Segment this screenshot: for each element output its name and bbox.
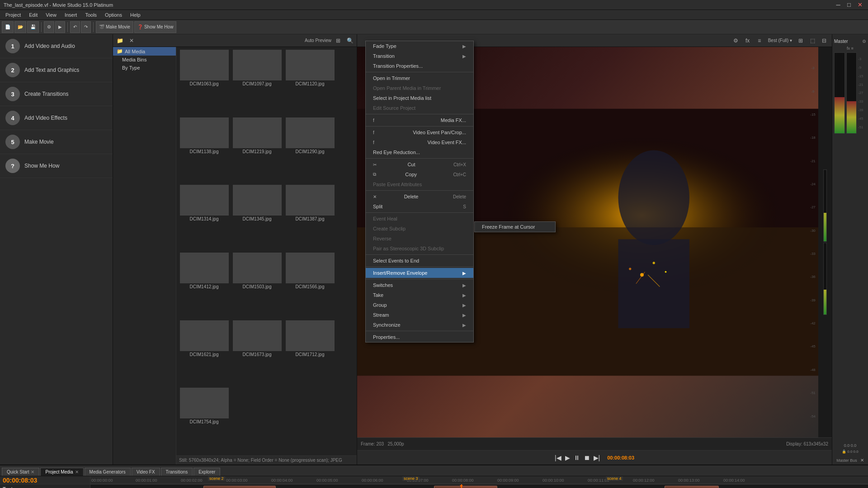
tree-all-media[interactable]: 📁 All Media xyxy=(113,47,176,56)
cm-group[interactable]: Group ▶ xyxy=(366,300,473,310)
preview-calc-icon[interactable]: ≡ xyxy=(755,36,764,46)
step-1-add-video[interactable]: 1 Add Video and Audio xyxy=(0,34,113,58)
media-thumb-9[interactable]: DCIM1387.jpg xyxy=(284,184,336,251)
media-thumb-3[interactable]: DCIM1120.jpg xyxy=(284,49,336,116)
show-me-how-button[interactable]: ❓ Show Me How xyxy=(134,21,176,33)
preview-split-icon[interactable]: ⊟ xyxy=(819,36,829,46)
media-thumb-8[interactable]: DCIM1345.jpg xyxy=(231,184,283,251)
cm-take[interactable]: Take ▶ xyxy=(366,290,473,300)
text-clip-1[interactable]: VEGAS Ti... xyxy=(203,486,276,488)
step-5-movie[interactable]: 5 Make Movie xyxy=(0,130,113,154)
cm-cut[interactable]: ✂ Cut Ctrl+X xyxy=(366,160,473,169)
preview-overlay-icon[interactable]: ⬚ xyxy=(807,36,817,46)
media-thumb-15[interactable]: DCIM1712.jpg xyxy=(284,319,336,386)
minimize-button[interactable]: ─ xyxy=(834,1,843,9)
cm-delete[interactable]: ✕ Delete Delete xyxy=(366,192,473,202)
menu-project[interactable]: Project xyxy=(2,11,24,19)
cm-switches[interactable]: Switches ▶ xyxy=(366,280,473,290)
media-thumb-14[interactable]: DCIM1673.jpg xyxy=(231,319,283,386)
step-help[interactable]: ? Show Me How xyxy=(0,154,113,178)
thumb-label-6: DCIM1290.jpg xyxy=(296,149,325,154)
toolbar-separator-3 xyxy=(93,22,94,32)
media-thumb-2[interactable]: DCIM1097.jpg xyxy=(231,49,283,116)
step-3-transitions[interactable]: 3 Create Transitions xyxy=(0,82,113,106)
cm-media-fx[interactable]: f Media FX... xyxy=(366,115,473,125)
cm-video-event-fx[interactable]: f Video Event FX... xyxy=(366,137,473,147)
tab-video-fx[interactable]: Video FX xyxy=(132,468,160,476)
cm-properties[interactable]: Properties... xyxy=(366,332,473,342)
media-thumb-11[interactable]: DCIM1503.jpg xyxy=(231,252,283,319)
tab-quick-start[interactable]: Quick Start ✕ xyxy=(2,468,39,476)
cm-copy[interactable]: ⧉ Copy Ctrl+C xyxy=(366,169,473,179)
text-clip-3[interactable]: VEGAS Titles .Text au... xyxy=(665,486,719,488)
menu-tools[interactable]: Tools xyxy=(81,11,100,19)
render-button[interactable]: ▶ xyxy=(55,21,65,33)
preview-go-start[interactable]: |◀ xyxy=(555,454,561,461)
preview-fx-icon[interactable]: fx xyxy=(743,36,753,46)
media-thumb-6[interactable]: DCIM1290.jpg xyxy=(284,117,336,183)
menu-options[interactable]: Options xyxy=(101,11,126,19)
media-thumb-10[interactable]: DCIM1412.jpg xyxy=(178,252,230,319)
cm-fade-type[interactable]: Fade Type ▶ xyxy=(366,41,473,51)
cm-red-eye[interactable]: Red Eye Reduction... xyxy=(366,147,473,157)
tab-project-media-close[interactable]: ✕ xyxy=(75,469,79,474)
menu-help[interactable]: Help xyxy=(127,11,144,19)
cm-stream[interactable]: Stream ▶ xyxy=(366,310,473,320)
preview-play-button[interactable]: ▶ xyxy=(565,454,570,461)
cm-insert-remove-envelope[interactable]: Insert/Remove Envelope ▶ xyxy=(366,268,473,278)
text-clip-2[interactable]: VEGAS TI... xyxy=(434,486,497,488)
media-thumb-4[interactable]: DCIM1138.jpg xyxy=(178,117,230,183)
cm-synchronize[interactable]: Synchronize ▶ xyxy=(366,320,473,330)
menu-view[interactable]: View xyxy=(42,11,60,19)
step-2-add-text[interactable]: 2 Add Text and Graphics xyxy=(0,58,113,82)
tree-media-bins[interactable]: Media Bins xyxy=(113,56,176,64)
media-thumb-16[interactable]: DCIM1754.jpg xyxy=(178,387,230,454)
make-movie-button[interactable]: 🎬 Make Movie xyxy=(96,21,133,33)
cm-video-pan-crop[interactable]: f Video Event Pan/Crop... xyxy=(366,127,473,137)
preview-stop-button[interactable]: ⏹ xyxy=(584,454,590,461)
tab-project-media[interactable]: Project Media ✕ xyxy=(40,468,83,476)
sm-freeze-frame[interactable]: Freeze Frame at Cursor xyxy=(475,222,555,232)
undo-button[interactable]: ↶ xyxy=(70,21,80,33)
cm-split[interactable]: Split S xyxy=(366,202,473,211)
master-bus-label: Master Bus xyxy=(836,458,857,463)
redo-button[interactable]: ↷ xyxy=(81,21,91,33)
menu-insert[interactable]: Insert xyxy=(61,11,81,19)
maximize-button[interactable]: □ xyxy=(844,1,854,9)
media-thumb-7[interactable]: DCIM1314.jpg xyxy=(178,184,230,251)
save-button[interactable]: 💾 xyxy=(27,21,39,33)
media-thumb-1[interactable]: DCIM1063.jpg xyxy=(178,49,230,116)
media-zoom[interactable]: 🔍 xyxy=(345,36,355,46)
preview-go-end[interactable]: ▶| xyxy=(594,454,600,461)
media-tool-bin[interactable]: 📁 xyxy=(115,36,125,46)
tab-transitions[interactable]: Transitions xyxy=(161,468,193,476)
cm-transition[interactable]: Transition ▶ xyxy=(366,51,473,61)
close-button[interactable]: ✕ xyxy=(855,1,864,9)
new-project-button[interactable]: 📄 xyxy=(2,21,14,33)
menu-edit[interactable]: Edit xyxy=(25,11,41,19)
cm-transition-properties[interactable]: Transition Properties... xyxy=(366,61,473,71)
preview-grid-icon[interactable]: ⊞ xyxy=(796,36,806,46)
media-thumb-13[interactable]: DCIM1621.jpg xyxy=(178,319,230,386)
cm-select-events[interactable]: Select Events to End xyxy=(366,256,473,266)
preview-settings-icon[interactable]: ⚙ xyxy=(731,36,741,46)
master-settings-icon[interactable]: ⚙ xyxy=(862,39,866,44)
tab-quick-start-close[interactable]: ✕ xyxy=(31,469,34,474)
media-thumb-12[interactable]: DCIM1566.jpg xyxy=(284,252,336,319)
master-bus-close[interactable]: ✕ xyxy=(860,458,864,463)
tab-media-generators[interactable]: Media Generators xyxy=(85,468,131,476)
cm-select-project-media[interactable]: Select in Project Media list xyxy=(366,93,473,103)
preview-pause-button[interactable]: ⏸ xyxy=(574,454,580,461)
media-thumb-5[interactable]: DCIM1219.jpg xyxy=(231,117,283,183)
media-view-toggle[interactable]: ⊞ xyxy=(333,36,343,46)
preview-quality[interactable]: Best (Full) ▾ xyxy=(766,38,794,43)
tab-explorer[interactable]: Explorer xyxy=(193,468,220,476)
master-left-bar xyxy=(835,97,844,133)
open-button[interactable]: 📂 xyxy=(14,21,26,33)
tree-by-type[interactable]: By Type xyxy=(113,64,176,72)
toolbar-separator xyxy=(41,22,42,32)
step-4-effects[interactable]: 4 Add Video Effects xyxy=(0,106,113,130)
cm-open-trimmer[interactable]: Open in Trimmer xyxy=(366,73,473,83)
settings-button[interactable]: ⚙ xyxy=(44,21,54,33)
media-tool-close[interactable]: ✕ xyxy=(127,36,137,46)
